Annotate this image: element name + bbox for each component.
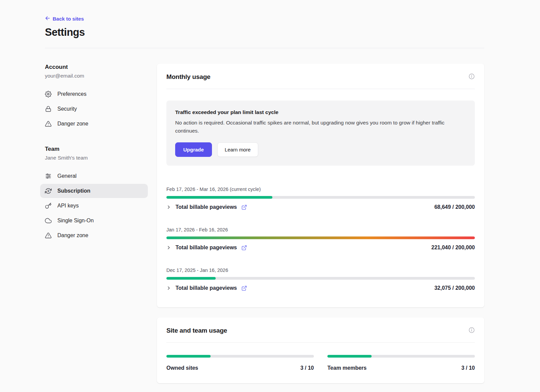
- sliders-icon: [45, 173, 52, 179]
- site-team-usage-card: Site and team usage Owned sites 3 / 10: [157, 317, 484, 383]
- monthly-usage-card: Monthly usage Traffic exceeded your plan…: [157, 64, 484, 307]
- sidebar-item-general[interactable]: General: [40, 169, 148, 183]
- sidebar-item-label: Security: [57, 106, 77, 112]
- usage-value: 221,040 / 200,000: [431, 245, 475, 251]
- gear-icon: [45, 91, 52, 97]
- usage-progress-track: [166, 196, 475, 199]
- usage-progress-track: [166, 236, 475, 239]
- back-link-label: Back to sites: [53, 16, 84, 22]
- stat-value: 3 / 10: [300, 365, 314, 371]
- cycle-period: Dec 17, 2025 - Jan 16, 2026: [166, 268, 475, 273]
- external-link-icon[interactable]: [241, 245, 247, 251]
- account-heading: Account: [45, 64, 148, 71]
- external-link-icon[interactable]: [241, 285, 247, 291]
- billable-pageviews-expander[interactable]: Total billable pageviews: [166, 285, 247, 291]
- chevron-right-icon: [166, 286, 171, 290]
- usage-progress-fill: [166, 277, 216, 280]
- cycle-period: Feb 17, 2026 - Mar 16, 2026 (current cyc…: [166, 187, 475, 192]
- usage-progress-fill-over-limit: [166, 236, 475, 239]
- stat-label: Team members: [327, 365, 367, 371]
- usage-value: 68,649 / 200,000: [434, 204, 475, 210]
- warning-triangle-icon: [45, 232, 52, 239]
- team-members-stat: Team members 3 / 10: [327, 355, 475, 371]
- usage-value: 32,075 / 200,000: [434, 285, 475, 291]
- sidebar-item-subscription[interactable]: $ Subscription: [40, 184, 148, 198]
- usage-cycle-current: Feb 17, 2026 - Mar 16, 2026 (current cyc…: [166, 187, 475, 210]
- monthly-usage-title: Monthly usage: [166, 73, 210, 81]
- billable-pageviews-expander[interactable]: Total billable pageviews: [166, 204, 247, 210]
- subscription-dollar-refresh-icon: $: [45, 188, 52, 194]
- usage-progress-fill: [166, 196, 272, 199]
- page-title: Settings: [45, 26, 484, 38]
- back-to-sites-link[interactable]: Back to sites: [45, 16, 84, 22]
- owned-sites-progress-fill: [166, 355, 211, 358]
- settings-page: Back to sites Settings Account your@emai…: [0, 0, 540, 392]
- traffic-exceeded-notice: Traffic exceeded your plan limit last cy…: [166, 101, 475, 166]
- sidebar-item-account-danger-zone[interactable]: Danger zone: [40, 117, 148, 131]
- arrow-left-icon: [45, 16, 50, 22]
- site-team-usage-title: Site and team usage: [166, 327, 227, 334]
- account-section: Account your@email.com Preferences Secur…: [45, 64, 148, 131]
- settings-sidebar: Account your@email.com Preferences Secur…: [45, 64, 148, 392]
- notice-title: Traffic exceeded your plan limit last cy…: [175, 109, 466, 115]
- stat-label: Owned sites: [166, 365, 198, 371]
- team-members-progress-track: [327, 355, 475, 358]
- cloud-icon: [45, 217, 52, 224]
- sidebar-item-security[interactable]: Security: [40, 102, 148, 116]
- metric-label: Total billable pageviews: [176, 204, 237, 210]
- warning-triangle-icon: [45, 120, 52, 127]
- sidebar-item-label: Subscription: [57, 188, 90, 194]
- metric-label: Total billable pageviews: [176, 245, 237, 251]
- stat-value: 3 / 10: [461, 365, 475, 371]
- chevron-right-icon: [166, 245, 171, 250]
- sidebar-item-label: General: [57, 173, 77, 179]
- notice-body: No action is required. Occasional traffi…: [175, 119, 466, 135]
- metric-label: Total billable pageviews: [176, 285, 237, 291]
- team-members-progress-fill: [327, 355, 372, 358]
- chevron-right-icon: [166, 205, 171, 209]
- team-name: Jane Smith's team: [45, 155, 148, 161]
- sidebar-item-single-sign-on[interactable]: Single Sign-On: [40, 214, 148, 228]
- team-section: Team Jane Smith's team General $ Subscri…: [45, 146, 148, 243]
- sidebar-item-label: Preferences: [57, 91, 86, 97]
- usage-progress-track: [166, 277, 475, 280]
- sidebar-item-preferences[interactable]: Preferences: [40, 87, 148, 101]
- cycle-period: Jan 17, 2026 - Feb 16, 2026: [166, 227, 475, 232]
- sidebar-item-label: Danger zone: [57, 232, 88, 239]
- sidebar-item-label: Single Sign-On: [57, 218, 94, 224]
- external-link-icon[interactable]: [241, 204, 247, 210]
- info-icon[interactable]: [468, 73, 475, 80]
- sidebar-item-label: API keys: [57, 203, 79, 209]
- lock-icon: [45, 106, 52, 112]
- card-divider: [166, 342, 475, 343]
- info-icon[interactable]: [468, 327, 475, 333]
- owned-sites-progress-track: [166, 355, 314, 358]
- learn-more-button[interactable]: Learn more: [217, 142, 258, 157]
- team-heading: Team: [45, 146, 148, 152]
- sidebar-item-api-keys[interactable]: API keys: [40, 199, 148, 213]
- usage-cycle-previous: Jan 17, 2026 - Feb 16, 2026 Total billab…: [166, 227, 475, 251]
- sidebar-item-team-danger-zone[interactable]: Danger zone: [40, 228, 148, 243]
- usage-cycle-older: Dec 17, 2025 - Jan 16, 2026 Total billab…: [166, 268, 475, 291]
- card-divider: [166, 89, 475, 89]
- key-icon: [45, 202, 52, 209]
- owned-sites-stat: Owned sites 3 / 10: [166, 355, 314, 371]
- header-divider: [45, 48, 484, 48]
- upgrade-button[interactable]: Upgrade: [175, 142, 212, 157]
- sidebar-item-label: Danger zone: [57, 121, 88, 127]
- account-email: your@email.com: [45, 73, 148, 79]
- svg-text:$: $: [48, 189, 49, 193]
- billable-pageviews-expander[interactable]: Total billable pageviews: [166, 245, 247, 251]
